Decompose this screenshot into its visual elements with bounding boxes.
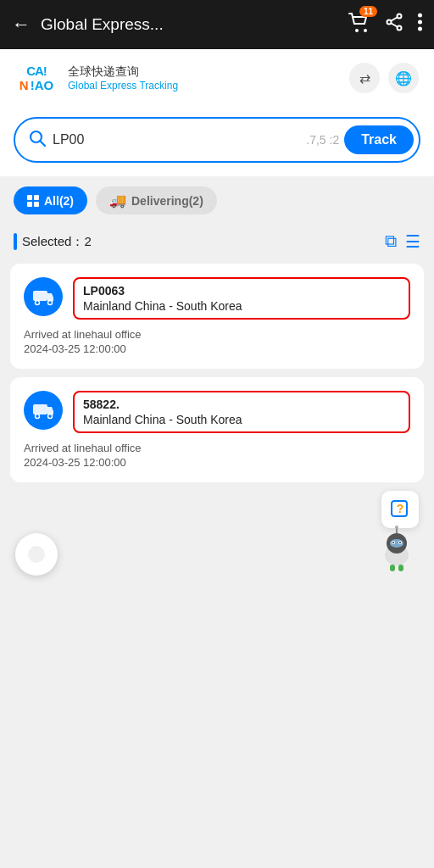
back-button[interactable]: ← <box>12 14 31 36</box>
copy-action-button[interactable]: ⧉ <box>385 231 397 252</box>
tab-delivering-label: Delivering(2) <box>131 194 203 208</box>
swap-button[interactable]: ⇄ <box>349 63 380 93</box>
selected-label-section: Selected：2 <box>14 233 92 250</box>
brand-text-section: 全球快递查询 Global Express Tracking <box>68 64 178 92</box>
robot-mascot[interactable] <box>371 525 422 576</box>
truck-icon <box>32 401 54 420</box>
tab-all-label: All(2) <box>44 194 74 208</box>
truck-avatar <box>24 391 63 430</box>
tracking-number: LP0063 <box>83 284 400 298</box>
svg-point-31 <box>28 546 45 563</box>
search-bar: .7,5 :2 Track <box>14 117 420 163</box>
page-title: Global Express... <box>41 15 348 34</box>
logo-n-text: N <box>19 78 29 92</box>
brand-logo-section: CA! N !AO 全球快递查询 Global Express Tracking <box>15 64 178 92</box>
cart-badge: 11 <box>359 6 377 17</box>
svg-point-28 <box>395 526 398 529</box>
search-section: .7,5 :2 Track <box>0 107 434 176</box>
svg-point-4 <box>398 26 402 31</box>
tracking-number: 58822. <box>83 398 400 411</box>
truck-icon: 🚚 <box>109 192 126 209</box>
package-cards-section: LP0063 Mainland China - South Korea Arri… <box>0 260 434 482</box>
share-icon <box>384 12 404 32</box>
svg-point-3 <box>387 20 392 25</box>
fab-button[interactable] <box>15 533 58 576</box>
package-card: 58822. Mainland China - South Korea Arri… <box>10 377 424 482</box>
logo-header: CA! N !AO 全球快递查询 Global Express Tracking… <box>0 49 434 107</box>
selected-text: Selected：2 <box>22 234 92 250</box>
top-navigation-bar: ← Global Express... 11 <box>0 0 434 49</box>
svg-rect-30 <box>398 565 403 571</box>
package-card: LP0063 Mainland China - South Korea Arri… <box>10 264 424 369</box>
svg-point-9 <box>418 27 422 31</box>
tab-all[interactable]: All(2) <box>14 186 87 214</box>
truck-icon <box>32 287 54 306</box>
svg-line-5 <box>392 18 398 21</box>
header-action-icons: ⇄ 🌐 <box>349 63 419 93</box>
floating-actions-section: ? <box>0 482 434 584</box>
card-date: 2024-03-25 12:00:00 <box>24 342 410 355</box>
svg-point-8 <box>418 20 422 25</box>
truck-avatar <box>24 277 63 316</box>
card-route: Mainland China - South Korea <box>83 413 400 426</box>
selected-actions: ⧉ ☰ <box>385 231 420 252</box>
svg-line-11 <box>41 141 46 146</box>
search-input[interactable] <box>53 132 306 147</box>
globe-button[interactable]: 🌐 <box>388 63 419 93</box>
svg-point-14 <box>48 301 53 305</box>
grid-icon <box>27 195 39 207</box>
help-icon: ? <box>388 498 412 521</box>
card-top-row: 58822. Mainland China - South Korea <box>24 391 410 433</box>
svg-point-25 <box>392 542 394 543</box>
tab-delivering[interactable]: 🚚 Delivering(2) <box>96 186 217 214</box>
track-button[interactable]: Track <box>344 125 414 154</box>
svg-text:?: ? <box>397 502 404 515</box>
brand-en-name: Global Express Tracking <box>68 80 178 92</box>
search-icon <box>29 130 46 151</box>
svg-point-0 <box>355 29 359 32</box>
svg-point-13 <box>36 301 40 305</box>
fab-icon <box>26 544 47 565</box>
card-info-highlight: LP0063 Mainland China - South Korea <box>73 277 410 320</box>
cainiao-logo: CA! N !AO <box>15 64 58 92</box>
card-top-row: LP0063 Mainland China - South Korea <box>24 277 410 320</box>
card-status: Arrived at linehaul office <box>24 442 410 454</box>
svg-rect-29 <box>390 565 395 571</box>
search-extra-text: .7,5 :2 <box>306 133 339 147</box>
logo-iao-text: !AO <box>31 78 54 92</box>
robot-icon <box>371 525 422 576</box>
svg-rect-15 <box>33 404 47 415</box>
help-button[interactable]: ? <box>381 491 419 528</box>
svg-point-2 <box>398 14 402 19</box>
svg-line-6 <box>392 24 398 27</box>
share-button[interactable] <box>384 12 404 37</box>
card-status: Arrived at linehaul office <box>24 328 410 341</box>
more-button[interactable] <box>418 13 422 36</box>
more-icon <box>418 13 422 31</box>
logo-cai-text: CA! <box>26 64 47 78</box>
svg-point-1 <box>364 29 367 32</box>
filter-tabs-section: All(2) 🚚 Delivering(2) <box>0 176 434 225</box>
card-route: Mainland China - South Korea <box>83 299 400 313</box>
svg-point-17 <box>48 415 53 419</box>
list-action-button[interactable]: ☰ <box>405 231 420 252</box>
card-info-highlight: 58822. Mainland China - South Korea <box>73 391 410 433</box>
svg-point-7 <box>418 14 422 18</box>
svg-point-26 <box>399 542 401 543</box>
top-bar-actions: 11 <box>348 12 422 37</box>
selected-bar-indicator <box>14 233 17 250</box>
cart-button[interactable]: 11 <box>348 12 370 37</box>
card-date: 2024-03-25 12:00:00 <box>24 456 410 469</box>
brand-cn-name: 全球快递查询 <box>68 64 178 80</box>
selected-row: Selected：2 ⧉ ☰ <box>0 225 434 260</box>
svg-rect-12 <box>33 291 47 301</box>
svg-point-16 <box>36 415 40 419</box>
